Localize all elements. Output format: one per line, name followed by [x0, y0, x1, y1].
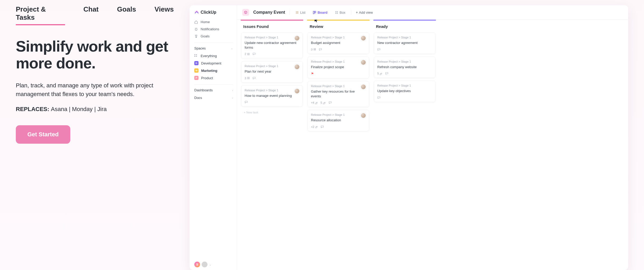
sidebar-item-goals[interactable]: Goals: [194, 33, 233, 40]
card-breadcrumb: Release Project > Stage 1: [245, 36, 299, 39]
divider: [351, 10, 351, 15]
replaces-value: Asana | Monday | Jira: [51, 106, 107, 112]
space-item-product[interactable]: P Product: [194, 74, 233, 82]
plus-icon: +: [356, 11, 358, 14]
svg-rect-5: [337, 13, 338, 14]
user-avatar[interactable]: [202, 262, 207, 267]
view-board[interactable]: Board: [311, 9, 329, 16]
card-breadcrumb: Release Project > Stage 1: [377, 84, 432, 87]
view-box[interactable]: Box: [333, 9, 347, 16]
sidebar-section-dashboards[interactable]: Dashboards ›: [194, 84, 233, 94]
assignee-avatar[interactable]: [294, 64, 300, 70]
space-item-everything[interactable]: Everything: [194, 52, 233, 59]
trophy-icon: [194, 34, 198, 38]
card-title: Resource allocation: [311, 118, 366, 123]
kanban-board: Issues FoundRelease Project > Stage 1Upd…: [237, 20, 628, 270]
workspace-avatar[interactable]: S: [194, 262, 200, 267]
attachment-count: 5: [321, 101, 326, 104]
chevron-down-icon[interactable]: ⌄: [209, 263, 211, 266]
task-card[interactable]: Release Project > Stage 1Update key obje…: [374, 81, 435, 102]
comment-icon: [252, 52, 256, 56]
sidebar-footer: S ⌄: [194, 262, 233, 267]
task-card[interactable]: Release Project > Stage 1Refresh company…: [374, 57, 435, 78]
space-item-label: Product: [201, 76, 213, 80]
sidebar-item-label: Goals: [201, 34, 210, 38]
sidebar-section-docs[interactable]: Docs ›: [194, 94, 233, 102]
kanban-column: Issues FoundRelease Project > Stage 1Upd…: [241, 20, 303, 270]
attachment-count: 5: [377, 72, 383, 75]
card-breadcrumb: Release Project > Stage 1: [245, 64, 299, 68]
card-meta: 5: [377, 72, 432, 75]
card-breadcrumb: Release Project > Stage 1: [311, 84, 366, 88]
card-title: How to manage event planning: [245, 93, 299, 98]
board-icon: [313, 11, 316, 14]
tab-projects-tasks[interactable]: Project & Tasks: [16, 5, 65, 25]
task-card[interactable]: Release Project > Stage 1Budget assignme…: [308, 32, 369, 54]
space-item-label: Development: [201, 61, 221, 65]
app-window: ClickUp Home Notifications Goals: [190, 5, 628, 270]
space-item-development[interactable]: D Development: [194, 59, 233, 67]
comment-icon: [252, 77, 256, 80]
task-card[interactable]: Release Project > Stage 1New contractor …: [374, 32, 435, 54]
svg-rect-2: [335, 11, 336, 12]
card-title: Plan for next year: [245, 69, 299, 74]
main-area: Company Event List Board: [237, 5, 628, 270]
task-card[interactable]: Release Project > Stage 1Resource alloca…: [308, 110, 369, 131]
subtask-count: 2: [245, 52, 250, 56]
subtask-count: 3: [245, 77, 250, 80]
attachment-extra: +2: [311, 125, 318, 128]
sidebar-item-notifications[interactable]: Notifications: [194, 26, 233, 33]
view-label: List: [300, 11, 305, 14]
column-title: Ready: [373, 23, 436, 32]
svg-rect-3: [337, 11, 338, 12]
assignee-avatar[interactable]: [360, 84, 366, 90]
logo[interactable]: ClickUp: [194, 10, 233, 15]
comment-icon: [329, 101, 332, 104]
space-item-label: Everything: [201, 54, 217, 58]
add-view-label: Add view: [359, 11, 373, 14]
tab-chat[interactable]: Chat: [83, 5, 99, 25]
box-icon: [335, 11, 338, 14]
card-meta: 3: [245, 77, 299, 80]
divider: [289, 10, 290, 15]
sidebar-item-label: Home: [201, 20, 210, 24]
kanban-column: ReviewRelease Project > Stage 1Budget as…: [307, 20, 370, 270]
add-view-button[interactable]: + Add view: [356, 11, 373, 14]
flag-icon: ⚑: [311, 72, 314, 76]
card-breadcrumb: Release Project > Stage 1: [245, 89, 299, 92]
space-item-marketing[interactable]: M Marketing: [194, 67, 233, 74]
task-card[interactable]: Release Project > Stage 1How to manage e…: [241, 85, 303, 107]
sidebar-item-home[interactable]: Home: [194, 18, 233, 26]
space-badge: M: [194, 68, 199, 73]
new-task-button[interactable]: + New task: [241, 109, 303, 116]
comment-icon: [377, 96, 380, 99]
get-started-button[interactable]: Get Started: [16, 125, 70, 144]
task-card[interactable]: Release Project > Stage 1Gather key reso…: [308, 81, 369, 107]
view-list[interactable]: List: [294, 9, 307, 16]
tab-views[interactable]: Views: [155, 5, 174, 25]
space-item-label: Marketing: [201, 69, 217, 73]
view-label: Board: [318, 11, 328, 14]
task-card[interactable]: Release Project > Stage 1Finalize projec…: [308, 57, 369, 79]
task-card[interactable]: Release Project > Stage 1Plan for next y…: [241, 61, 303, 83]
tab-goals[interactable]: Goals: [117, 5, 136, 25]
subtask-count: 3: [311, 48, 316, 51]
task-card[interactable]: Release Project > Stage 1Update new cont…: [241, 32, 303, 58]
card-breadcrumb: Release Project > Stage 1: [377, 36, 432, 39]
logo-text: ClickUp: [201, 10, 216, 15]
replaces-label: REPLACES: [16, 106, 47, 112]
assignee-avatar[interactable]: [360, 113, 366, 118]
assignee-avatar[interactable]: [360, 59, 366, 65]
sidebar-section-spaces[interactable]: Spaces ⌄: [194, 42, 233, 52]
assignee-avatar[interactable]: [294, 88, 300, 94]
svg-rect-1: [315, 11, 316, 13]
svg-rect-0: [313, 11, 314, 14]
card-meta: 2: [245, 52, 299, 56]
card-breadcrumb: Release Project > Stage 1: [377, 60, 432, 63]
card-breadcrumb: Release Project > Stage 1: [311, 113, 366, 116]
comment-icon: [245, 101, 248, 104]
card-breadcrumb: Release Project > Stage 1: [311, 60, 366, 63]
assignee-avatar[interactable]: [360, 35, 366, 41]
assignee-avatar[interactable]: [294, 35, 300, 41]
marketing-tabs: Project & Tasks Chat Goals Views: [16, 5, 174, 25]
